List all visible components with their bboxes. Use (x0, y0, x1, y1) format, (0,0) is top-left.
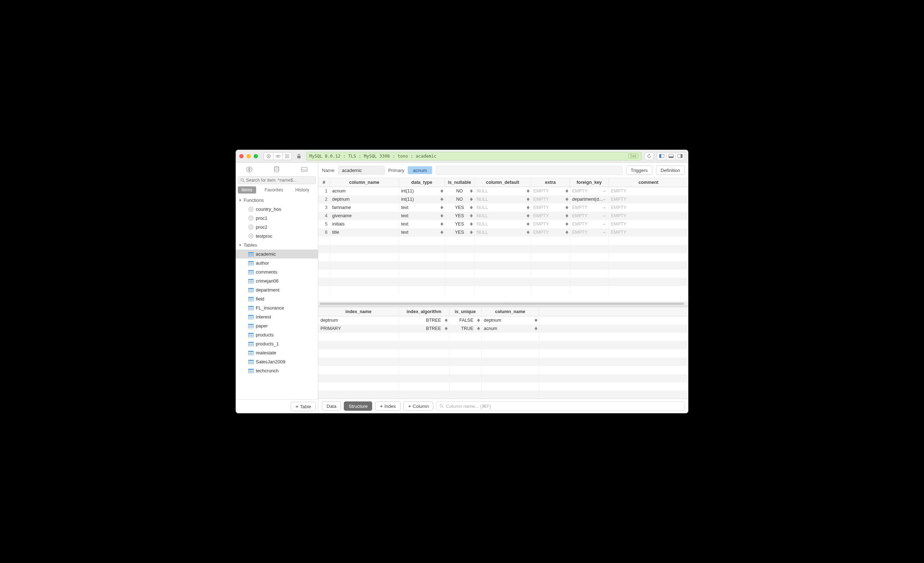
sidebar-item-table[interactable]: interest (236, 312, 318, 321)
close-window-button[interactable] (239, 154, 244, 158)
table-row[interactable]: 2deptnumint(11)NONULLEMPTYdepartment(d…→… (318, 195, 688, 204)
table-row-empty (318, 349, 688, 358)
col-hdr-comment[interactable]: comment (609, 178, 688, 187)
seg-items[interactable]: Items (238, 186, 256, 193)
table-row-empty (318, 374, 688, 382)
primary-key-pill[interactable]: acnum (408, 166, 432, 174)
database-mode-icon[interactable] (270, 165, 284, 174)
svg-point-17 (250, 217, 252, 219)
lock-icon[interactable] (295, 154, 303, 159)
table-row-empty (318, 391, 688, 399)
layout-left-icon[interactable] (657, 152, 666, 160)
col-hdr-extra[interactable]: extra (531, 178, 570, 187)
sidebar-tree: ▼Functions country_hosproc1proc2testproc… (236, 196, 318, 399)
idx-hdr-algo[interactable]: index_algorithm (399, 307, 449, 316)
seg-history[interactable]: History (292, 186, 313, 193)
tree-functions-header[interactable]: ▼Functions (236, 196, 318, 205)
add-table-button[interactable]: +Table (291, 402, 316, 411)
sidebar-item-fn[interactable]: proc1 (236, 214, 318, 223)
svg-rect-27 (248, 270, 253, 271)
table-name-field[interactable]: academic (338, 166, 385, 175)
svg-rect-31 (248, 288, 253, 289)
sidebar-item-table[interactable]: products (236, 330, 318, 339)
sidebar-search[interactable] (238, 176, 316, 184)
idx-hdr-name[interactable]: index_name (318, 307, 399, 316)
sidebar-item-table[interactable]: academic (236, 250, 318, 259)
svg-rect-49 (248, 369, 253, 370)
header-empty-slot[interactable] (436, 166, 622, 175)
svg-rect-23 (248, 252, 253, 253)
col-hdr-fk[interactable]: foreign_key (570, 178, 609, 187)
svg-point-50 (440, 405, 442, 407)
sql-mode-icon[interactable]: SQL (297, 165, 311, 174)
sidebar-item-table[interactable]: author (236, 259, 318, 268)
add-column-button[interactable]: +Column (404, 401, 434, 411)
structure-tab-button[interactable]: Structure (344, 401, 372, 411)
svg-rect-6 (669, 157, 673, 158)
layout-bottom-icon[interactable] (666, 152, 675, 160)
sidebar-item-fn[interactable]: proc2 (236, 223, 318, 232)
col-hdr-default[interactable]: column_default (474, 178, 531, 187)
col-hdr-name[interactable]: column_name (330, 178, 399, 187)
sidebar-search-input[interactable] (246, 178, 313, 183)
svg-rect-2 (297, 156, 301, 158)
table-header-bar: Name academic Primary acnum Triggers Def… (318, 163, 688, 178)
svg-point-10 (274, 166, 279, 168)
sidebar-item-table[interactable]: products_1 (236, 339, 318, 348)
data-tab-button[interactable]: Data (322, 401, 341, 411)
definition-button[interactable]: Definition (656, 166, 685, 175)
idx-hdr-col[interactable]: column_name (482, 307, 539, 316)
layout-group (657, 152, 685, 160)
column-filter[interactable]: Column name... (⌘F) (436, 401, 685, 411)
table-row[interactable]: 1acnumint(11)NONULLEMPTYEMPTY→EMPTY (318, 187, 688, 195)
svg-rect-47 (248, 360, 253, 361)
zoom-window-button[interactable] (254, 154, 258, 158)
col-hdr-type[interactable]: data_type (399, 178, 445, 187)
columns-grid: # column_name data_type is_nullable colu… (318, 178, 688, 305)
sidebar-item-fn[interactable]: country_hos (236, 205, 318, 214)
table-row[interactable]: 4givenametextYESNULLEMPTYEMPTY→EMPTY (318, 212, 688, 220)
refresh-icon[interactable] (645, 152, 654, 160)
svg-point-19 (250, 226, 252, 228)
tree-tables-header[interactable]: ▼Tables (236, 241, 318, 250)
col-hdr-nullable[interactable]: is_nullable (445, 178, 474, 187)
search-icon (240, 178, 244, 183)
sidebar-item-table[interactable]: comments (236, 268, 318, 277)
sidebar-item-table[interactable]: paper (236, 321, 318, 330)
sidebar-segments: Items Favorites History (238, 186, 316, 193)
titlebar: MySQL 8.0.12 : TLS : MySQL 3308 : tono :… (236, 150, 688, 163)
svg-point-1 (278, 156, 279, 157)
sidebar-item-table[interactable]: department (236, 286, 318, 294)
sidebar-item-table[interactable]: crimejan06 (236, 277, 318, 286)
sidebar-item-table[interactable]: field (236, 294, 318, 303)
eye-icon[interactable] (273, 152, 282, 160)
table-row[interactable]: deptnumBTREEFALSEdeptnum (318, 316, 688, 325)
sidebar-item-fn[interactable]: testproc (236, 232, 318, 241)
columns-hscroll[interactable] (318, 302, 688, 305)
sidebar-item-table[interactable]: FL_insurance (236, 303, 318, 312)
add-index-button[interactable]: +Index (375, 401, 400, 411)
idx-hdr-unique[interactable]: is_unique (449, 307, 482, 316)
connection-pill[interactable]: MySQL 8.0.12 : TLS : MySQL 3308 : tono :… (306, 152, 642, 160)
svg-rect-29 (248, 279, 253, 280)
layout-right-icon[interactable] (675, 152, 685, 160)
connection-mode-icon[interactable] (243, 165, 256, 174)
minimize-window-button[interactable] (246, 154, 251, 158)
loc-badge: loc (628, 154, 638, 158)
sidebar-item-table[interactable]: techcrunch (236, 366, 318, 375)
sidebar-item-table[interactable]: SalesJan2009 (236, 357, 318, 366)
col-hdr-idx[interactable]: # (318, 178, 330, 187)
table-row[interactable]: 6titletextYESNULLEMPTYEMPTY→EMPTY (318, 228, 688, 237)
seg-favorites[interactable]: Favorites (261, 186, 286, 193)
sidebar-item-table[interactable]: realestate (236, 348, 318, 357)
svg-rect-41 (248, 333, 253, 334)
svg-rect-25 (248, 261, 253, 262)
triggers-button[interactable]: Triggers (626, 166, 652, 175)
svg-point-15 (250, 208, 252, 210)
table-row[interactable]: 5initialstextYESNULLEMPTYEMPTY→EMPTY (318, 220, 688, 228)
list-icon[interactable] (282, 152, 292, 160)
table-row-empty (318, 366, 688, 374)
table-row[interactable]: PRIMARYBTREETRUEacnum (318, 325, 688, 333)
table-row[interactable]: 3famnametextYESNULLEMPTYEMPTY→EMPTY (318, 204, 688, 212)
cancel-icon[interactable] (264, 152, 273, 160)
